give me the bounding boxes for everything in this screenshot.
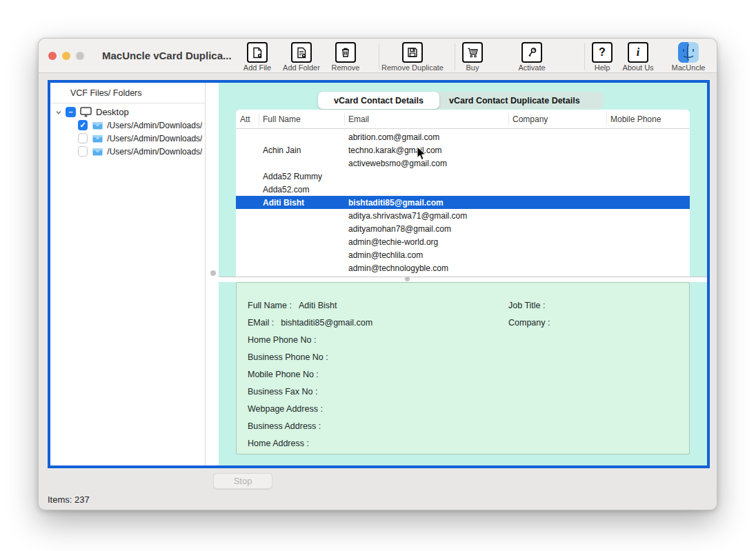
- table-header: Att Full Name Email Company Mobile Phone: [236, 110, 690, 129]
- detail-field-label: EMail :: [248, 318, 274, 328]
- cell-full-name: Adda52 Rummy: [263, 172, 322, 181]
- desktop-background: MacUncle vCard Duplica... Add File Add F…: [0, 0, 756, 551]
- contacts-panel: vCard Contact Details vCard Contact Dupl…: [219, 83, 707, 465]
- table-row[interactable]: Adda52.com: [236, 183, 690, 196]
- detail-field-label: Company :: [508, 318, 550, 328]
- zoom-window-button[interactable]: [76, 52, 84, 60]
- table-row[interactable]: admin@techlila.com: [236, 248, 690, 261]
- cell-email: bishtaditi85@gmail.com: [348, 198, 444, 208]
- table-row[interactable]: activewebsmo@gmail.com: [236, 157, 690, 170]
- vcf-files-sidebar: VCF Files/ Folders – Desktop: [50, 83, 206, 465]
- detail-field: Company :: [508, 314, 557, 331]
- contact-detail-panel: Full Name :Aditi BishtEMail :bishtaditi8…: [236, 282, 690, 454]
- sidebar-header: VCF Files/ Folders: [70, 88, 142, 98]
- pane-splitter[interactable]: [206, 83, 219, 465]
- file-path-label: /Users/Admin/Downloads/4.v: [107, 147, 202, 157]
- window-title: MacUncle vCard Duplica...: [102, 50, 232, 61]
- app-window: MacUncle vCard Duplica... Add File Add F…: [38, 38, 717, 510]
- splitter-handle-icon[interactable]: [405, 277, 410, 281]
- cell-email: admin@techlila.com: [348, 250, 423, 260]
- detail-field-label: Business Address :: [248, 421, 321, 431]
- table-row[interactable]: admin@techie-world.org: [236, 235, 690, 248]
- detail-field: Business Fax No :: [248, 383, 324, 400]
- activate-button[interactable]: Activate: [494, 42, 570, 72]
- key-icon: [521, 42, 542, 63]
- detail-field: Business Phone No :: [248, 348, 335, 365]
- table-row[interactable]: abrition.com@gmail.com: [236, 130, 690, 143]
- detail-field: EMail :bishtaditi85@gmail.com: [248, 314, 372, 331]
- column-divider: [344, 113, 345, 126]
- table-row[interactable]: admin@technologyble.com: [236, 261, 690, 274]
- cell-email: admin@techie-world.org: [348, 237, 438, 247]
- vcf-file-item[interactable]: /Users/Admin/Downloads/4.v: [78, 145, 202, 158]
- remove-button[interactable]: Remove: [308, 42, 384, 72]
- detail-field: Job Title :: [508, 297, 553, 314]
- detail-field: Webpage Address :: [248, 400, 330, 417]
- file-checkbox-unchecked[interactable]: [78, 146, 88, 157]
- splitter-handle-icon[interactable]: [210, 270, 216, 276]
- finder-face-icon: [678, 42, 699, 63]
- table-row[interactable]: aditya.shrivastwa71@gmail.com: [236, 209, 690, 222]
- cell-email: aditya.shrivastwa71@gmail.com: [348, 211, 467, 221]
- desktop-icon: [80, 107, 92, 117]
- table-row-selected[interactable]: Aditi Bishtbishtaditi85@gmail.com: [236, 196, 690, 209]
- tab-vcard-contact-duplicate-details[interactable]: vCard Contact Duplicate Details: [439, 92, 590, 109]
- main-content-area: VCF Files/ Folders – Desktop: [48, 80, 710, 468]
- detail-field-label: Full Name :: [248, 301, 292, 310]
- contacts-table: Att Full Name Email Company Mobile Phone…: [236, 110, 690, 277]
- column-divider: [606, 113, 607, 126]
- mouse-cursor: [417, 146, 428, 161]
- cell-email: admin@technologyble.com: [348, 263, 448, 273]
- items-count-label: Items: 237: [48, 494, 90, 505]
- tree-item-label: Desktop: [96, 107, 129, 117]
- file-checkbox-unchecked[interactable]: [78, 133, 88, 143]
- cell-email: abrition.com@gmail.com: [348, 132, 439, 142]
- tab-strip: vCard Contact Details vCard Contact Dupl…: [318, 92, 604, 109]
- cell-full-name: Achin Jain: [263, 146, 301, 155]
- detail-field-value: Aditi Bisht: [299, 301, 337, 310]
- file-path-label: /Users/Admin/Downloads/1.v: [107, 121, 202, 130]
- cell-email: adityamohan78@gmail.com: [348, 224, 451, 234]
- vcard-file-icon: [92, 121, 103, 130]
- close-window-button[interactable]: [48, 52, 57, 60]
- vcard-file-icon: [92, 134, 103, 143]
- activate-label: Activate: [494, 63, 570, 72]
- detail-field-label: Business Fax No :: [248, 387, 317, 397]
- tab-vcard-contact-details[interactable]: vCard Contact Details: [318, 92, 439, 109]
- vcard-file-icon: [92, 147, 103, 156]
- tree-item-desktop[interactable]: – Desktop: [54, 106, 129, 119]
- macuncle-button[interactable]: MacUncle: [650, 42, 726, 72]
- table-row[interactable]: Adda52 Rummy: [236, 170, 690, 183]
- detail-field-label: Business Phone No :: [248, 352, 328, 362]
- vcf-file-item[interactable]: ✓/Users/Admin/Downloads/1.v: [78, 119, 202, 132]
- column-divider: [259, 113, 259, 126]
- detail-field-label: Mobile Phone No :: [248, 370, 319, 379]
- detail-field-label: Home Address :: [248, 439, 309, 448]
- column-header-full-name: Full Name: [263, 114, 301, 124]
- horizontal-splitter[interactable]: [219, 277, 707, 282]
- detail-field-label: Job Title :: [508, 301, 546, 310]
- column-divider: [508, 113, 509, 126]
- column-header-company: Company: [513, 114, 548, 124]
- table-body: abrition.com@gmail.comAchin Jaintechno.k…: [236, 130, 690, 274]
- stop-button[interactable]: Stop: [213, 473, 272, 489]
- file-checkbox-checked[interactable]: ✓: [78, 120, 88, 130]
- title-bar: MacUncle vCard Duplica... Add File Add F…: [39, 39, 717, 73]
- file-path-label: /Users/Admin/Downloads/2.v: [107, 134, 202, 143]
- detail-field: Full Name :Aditi Bisht: [248, 297, 337, 314]
- detail-field: Home Address :: [248, 434, 316, 452]
- minimize-window-button[interactable]: [62, 52, 70, 60]
- table-row[interactable]: Achin Jaintechno.karak@gmail.com: [236, 143, 690, 157]
- chevron-down-icon[interactable]: [54, 108, 63, 117]
- detail-field: Business Address :: [248, 417, 328, 434]
- floppy-disk-icon: [402, 42, 423, 63]
- macuncle-label: MacUncle: [650, 63, 726, 72]
- table-row[interactable]: adityamohan78@gmail.com: [236, 222, 690, 235]
- shopping-cart-icon: [462, 42, 483, 63]
- vcf-file-item[interactable]: /Users/Admin/Downloads/2.v: [78, 132, 202, 145]
- cell-email: activewebsmo@gmail.com: [348, 159, 447, 168]
- column-header-email: Email: [348, 114, 369, 124]
- detail-field-label: Webpage Address :: [248, 404, 323, 414]
- desktop-checkbox-indeterminate[interactable]: –: [66, 107, 76, 117]
- column-header-mobile-phone: Mobile Phone: [610, 114, 661, 124]
